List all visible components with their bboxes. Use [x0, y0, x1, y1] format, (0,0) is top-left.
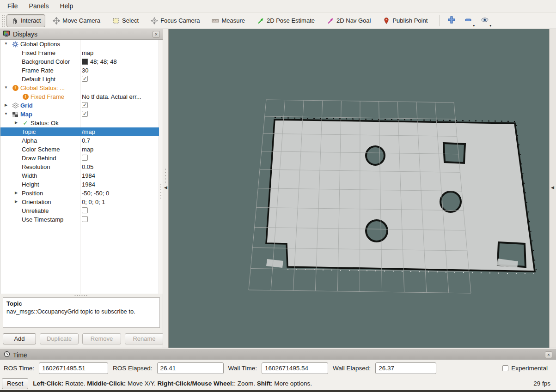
select-tool-button[interactable]: Select: [108, 14, 143, 27]
displays-panel: Displays × ▼Global OptionsFixed Framemap…: [0, 29, 163, 348]
collapse-arrow-icon[interactable]: ▼: [3, 112, 9, 116]
checkbox[interactable]: ✓: [82, 76, 88, 82]
experimental-checkbox[interactable]: [502, 365, 508, 371]
property-value[interactable]: 0; 0; 0; 1: [82, 199, 105, 205]
left-panel-splitter[interactable]: ◀: [163, 29, 169, 348]
property-value[interactable]: ✓: [82, 76, 88, 82]
display-row-global-status[interactable]: ▼!Global Status: ...: [0, 84, 159, 92]
rename-display-button[interactable]: Rename: [125, 333, 164, 344]
property-name: Height: [22, 181, 39, 188]
right-panel-splitter[interactable]: ◀: [549, 29, 556, 348]
property-value[interactable]: 1984: [82, 181, 95, 188]
property-name: Map: [20, 111, 32, 118]
property-value[interactable]: [82, 216, 88, 222]
property-value[interactable]: 0.7: [82, 137, 90, 144]
display-row-map[interactable]: ▼Map✓: [0, 110, 159, 119]
interact-tool-button[interactable]: Interact: [6, 14, 45, 27]
expand-arrow-icon[interactable]: ▶: [3, 103, 9, 107]
display-row-fixed-frame[interactable]: !Fixed FrameNo tf data. Actual err...: [0, 92, 159, 101]
publish-point-pin-icon: [383, 17, 390, 24]
property-value[interactable]: /map: [82, 128, 95, 135]
ros-elapsed-input[interactable]: [157, 362, 224, 374]
expand-arrow-icon[interactable]: ▶: [13, 191, 19, 195]
collapse-left-arrow-icon[interactable]: ◀: [164, 185, 167, 190]
display-row-orientation[interactable]: ▶Orientation0; 0; 0; 1: [0, 198, 159, 206]
display-row-position[interactable]: ▶Position-50; -50; 0: [0, 189, 159, 198]
zoom-in-button[interactable]: [445, 14, 458, 27]
focus-camera-tool-button[interactable]: Focus Camera: [146, 14, 204, 27]
display-row-unreliable[interactable]: Unreliable: [0, 206, 159, 215]
time-panel-titlebar[interactable]: Time ×: [0, 350, 556, 360]
3d-scene-canvas[interactable]: [169, 29, 549, 348]
property-value[interactable]: No tf data. Actual err...: [82, 93, 141, 100]
display-row-height[interactable]: Height1984: [0, 180, 159, 189]
property-value[interactable]: map: [82, 146, 93, 153]
property-value[interactable]: 48; 48; 48: [82, 58, 117, 65]
property-value[interactable]: [82, 155, 88, 161]
collapse-arrow-icon[interactable]: ▼: [3, 42, 9, 46]
tree-scrollbar[interactable]: [159, 40, 163, 294]
display-row-default-light[interactable]: Default Light✓: [0, 75, 159, 84]
collapse-right-arrow-icon[interactable]: ◀: [551, 185, 554, 190]
reset-button[interactable]: Reset: [2, 378, 28, 389]
grid-line: [360, 101, 360, 292]
display-row-topic[interactable]: Topic/map: [0, 127, 159, 136]
display-row-use-timestamp[interactable]: Use Timestamp: [0, 215, 159, 224]
move-camera-tool-button[interactable]: Move Camera: [48, 14, 105, 27]
display-row-resolution[interactable]: Resolution0.05: [0, 163, 159, 171]
expand-arrow-icon[interactable]: ▶: [13, 121, 19, 125]
wall-time-input[interactable]: [262, 362, 328, 374]
display-row-draw-behind[interactable]: Draw Behind: [0, 154, 159, 163]
wall-elapsed-input[interactable]: [375, 362, 436, 374]
checkbox[interactable]: [82, 216, 88, 222]
property-value[interactable]: 30: [82, 67, 88, 74]
toolbar-drag-handle[interactable]: [1, 15, 5, 27]
property-value[interactable]: ✓: [82, 111, 88, 117]
property-value[interactable]: 1984: [82, 172, 95, 179]
visibility-button[interactable]: ▾: [478, 14, 492, 27]
checkbox[interactable]: [82, 207, 88, 213]
pose-estimate-tool-button[interactable]: 2D Pose Estimate: [252, 14, 319, 27]
measure-tool-button[interactable]: Measure: [207, 14, 250, 27]
checkbox[interactable]: ✓: [82, 111, 88, 117]
property-value[interactable]: [82, 207, 88, 213]
expand-arrow-icon[interactable]: ▶: [13, 199, 19, 204]
close-icon[interactable]: ×: [153, 31, 160, 38]
ros-time-input[interactable]: [39, 362, 108, 374]
displays-monitor-icon: [3, 30, 10, 38]
property-name: Default Light: [22, 76, 55, 83]
obstacle-circle: [366, 220, 387, 241]
panel-horizontal-splitter[interactable]: [0, 294, 163, 297]
menu-bar: File Panels Help: [0, 0, 556, 12]
display-row-frame-rate[interactable]: Frame Rate30: [0, 66, 159, 75]
property-value[interactable]: -50; -50; 0: [82, 190, 109, 197]
checkbox[interactable]: ✓: [82, 102, 88, 108]
status-bar: Reset Left-Click: Rotate. Middle-Click: …: [0, 377, 556, 390]
display-row-status-ok[interactable]: ▶✓Status: Ok: [0, 119, 159, 127]
render-viewport[interactable]: [169, 29, 549, 348]
display-row-global-options[interactable]: ▼Global Options: [0, 40, 159, 48]
zoom-out-button[interactable]: ▾: [461, 14, 475, 27]
add-display-button[interactable]: Add: [3, 333, 36, 344]
displays-panel-buttons: Add Duplicate Remove Rename: [0, 328, 163, 344]
publish-point-tool-button[interactable]: Publish Point: [378, 14, 432, 27]
close-icon[interactable]: ×: [545, 351, 552, 358]
nav-goal-tool-button[interactable]: 2D Nav Goal: [322, 14, 375, 27]
property-value[interactable]: 0.05: [82, 163, 93, 170]
display-row-grid[interactable]: ▶Grid✓: [0, 101, 159, 110]
displays-panel-titlebar[interactable]: Displays ×: [0, 29, 163, 40]
duplicate-display-button[interactable]: Duplicate: [40, 333, 79, 344]
checkbox[interactable]: [82, 155, 88, 161]
property-value[interactable]: ✓: [82, 102, 88, 108]
display-row-color-scheme[interactable]: Color Schememap: [0, 145, 159, 154]
menu-panels[interactable]: Panels: [24, 1, 55, 11]
property-value[interactable]: map: [82, 49, 93, 56]
display-row-alpha[interactable]: Alpha0.7: [0, 136, 159, 145]
collapse-arrow-icon[interactable]: ▼: [3, 85, 9, 90]
display-row-background-color[interactable]: Background Color48; 48; 48: [0, 57, 159, 66]
menu-help[interactable]: Help: [54, 1, 79, 11]
menu-file[interactable]: File: [2, 1, 24, 11]
remove-display-button[interactable]: Remove: [82, 333, 121, 344]
display-row-width[interactable]: Width1984: [0, 171, 159, 180]
display-row-fixed-frame[interactable]: Fixed Framemap: [0, 48, 159, 57]
